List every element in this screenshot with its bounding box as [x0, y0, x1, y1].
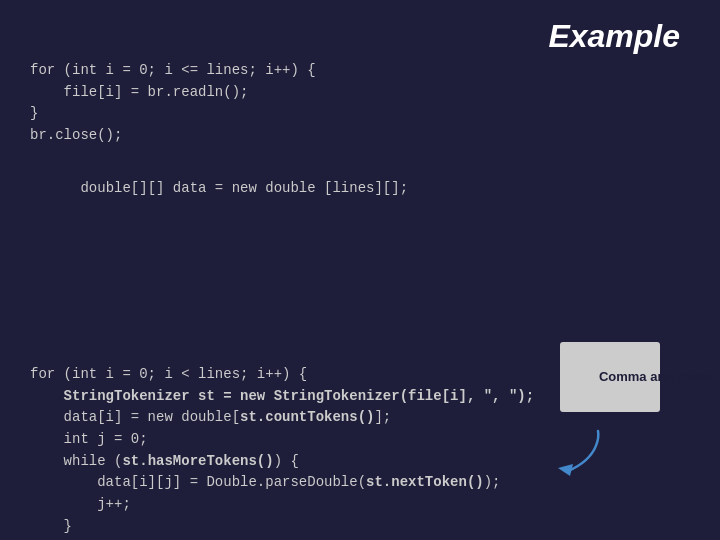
slide-title: Example: [548, 18, 680, 55]
svg-marker-0: [558, 464, 573, 476]
code-section: for (int i = 0; i <= lines; i++) { file[…: [30, 60, 690, 540]
code-block-1: for (int i = 0; i <= lines; i++) { file[…: [30, 60, 690, 147]
slide: Example for (int i = 0; i <= lines; i++)…: [0, 0, 720, 540]
callout-box: Comma and space separated data: [560, 342, 660, 413]
callout-text: Comma and space separated data: [599, 369, 720, 384]
code-block-2: double[][] data = new double [lines][]; …: [30, 157, 690, 352]
arrow-icon: [481, 405, 608, 506]
